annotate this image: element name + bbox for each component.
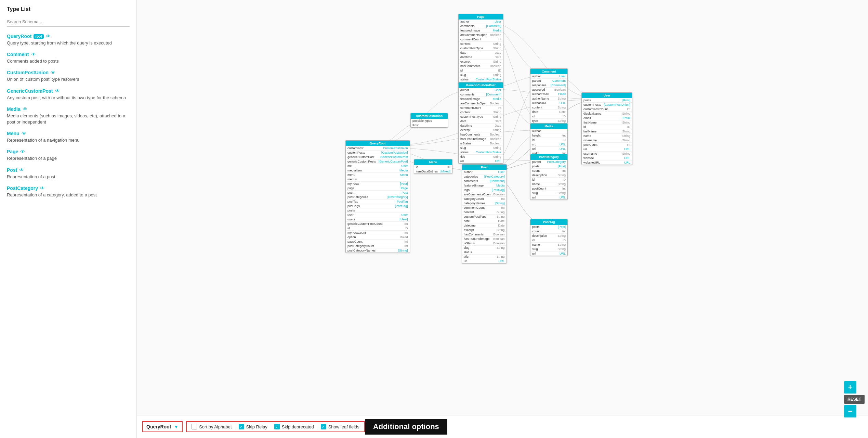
eye-icon[interactable]: 👁 bbox=[22, 131, 26, 136]
node-field-row: customPostTypeString bbox=[459, 115, 503, 119]
node-field-name: status bbox=[460, 151, 469, 154]
type-name-link[interactable]: Post bbox=[7, 167, 17, 173]
additional-options-banner: Additional options bbox=[365, 419, 447, 435]
node-field-type: URL bbox=[560, 252, 566, 255]
option-item[interactable]: Show leaf fields bbox=[321, 424, 359, 429]
option-item[interactable]: Skip deprecated bbox=[274, 424, 314, 429]
schema-node-posttag[interactable]: PostTagposts[Post]countIntdescriptionStr… bbox=[530, 219, 568, 256]
option-label: Sort by Alphabet bbox=[199, 424, 232, 429]
schema-node-genericcustompost[interactable]: GenericCustomPostauthorUsercomments[Comm… bbox=[458, 82, 503, 164]
sidebar: Type List QueryRootroot👁Query type, star… bbox=[0, 0, 137, 438]
type-name-link[interactable]: Page bbox=[7, 149, 18, 154]
option-item[interactable]: Skip Relay bbox=[239, 424, 267, 429]
node-field-name: users bbox=[347, 218, 355, 221]
node-field-name: featuredImage bbox=[460, 29, 480, 32]
node-field-name: isStatus bbox=[460, 142, 471, 145]
node-field-row: countInt bbox=[530, 169, 567, 173]
eye-icon[interactable]: 👁 bbox=[55, 88, 60, 94]
node-field-type: ID bbox=[563, 138, 566, 142]
node-field-name: authorURL bbox=[532, 101, 547, 105]
query-root-dropdown-icon[interactable]: ▼ bbox=[174, 424, 179, 429]
eye-icon[interactable]: 👁 bbox=[19, 167, 24, 173]
node-field-type: String bbox=[497, 228, 505, 232]
node-field-type: [Comment] bbox=[486, 93, 501, 96]
checkbox-checked-icon[interactable] bbox=[321, 424, 326, 429]
node-field-name: author bbox=[460, 88, 469, 92]
node-field-type: URL bbox=[624, 161, 630, 164]
node-field-row: isStatusBoolean bbox=[462, 241, 507, 246]
options-row: Sort by AlphabetSkip RelaySkip deprecate… bbox=[186, 421, 365, 432]
checkbox-checked-icon[interactable] bbox=[239, 424, 244, 429]
node-field-row: Post bbox=[411, 123, 448, 127]
schema-node-media[interactable]: MediaauthorheightIntidIDsrcURLurlURLwidt… bbox=[530, 123, 568, 156]
node-field-row: users[User] bbox=[346, 217, 410, 222]
type-name-link[interactable]: Media bbox=[7, 106, 21, 112]
node-field-type: [String] bbox=[398, 249, 408, 252]
type-name-link[interactable]: Comment bbox=[7, 52, 29, 57]
reset-button[interactable]: RESET bbox=[844, 395, 865, 404]
schema-node-user[interactable]: Userposts[Post]customPosts[CustomPostUni… bbox=[581, 92, 632, 165]
checkbox-unchecked-icon[interactable] bbox=[192, 424, 197, 429]
schema-node-page[interactable]: PageauthorUsercomments[Comment]featuredI… bbox=[458, 14, 503, 91]
type-name-link[interactable]: QueryRoot bbox=[7, 34, 31, 39]
type-name-link[interactable]: PostCategory bbox=[7, 185, 38, 191]
node-field-type: ID bbox=[563, 115, 566, 118]
node-field-row: slugString bbox=[459, 146, 503, 150]
node-field-row: authorNameString bbox=[530, 96, 567, 101]
node-field-type: String bbox=[493, 115, 501, 118]
canvas-area[interactable]: PageauthorUsercomments[Comment]featuredI… bbox=[137, 0, 868, 415]
eye-icon[interactable]: 👁 bbox=[23, 106, 27, 112]
node-field-row: excerptString bbox=[459, 60, 503, 64]
eye-icon[interactable]: 👁 bbox=[31, 52, 36, 57]
option-item[interactable]: Sort by Alphabet bbox=[192, 424, 232, 429]
eye-icon[interactable]: 👁 bbox=[46, 34, 51, 39]
node-field-type: Boolean bbox=[554, 88, 566, 91]
search-input[interactable] bbox=[7, 17, 130, 27]
node-field-row: urlURL bbox=[462, 259, 507, 263]
schema-node-post[interactable]: PostauthorUsercategories[PostCategory]co… bbox=[462, 164, 507, 263]
node-field-name: excerpt bbox=[460, 128, 471, 132]
node-field-row: urlURL bbox=[582, 147, 632, 152]
node-field-type: [PostCategory] bbox=[387, 195, 408, 199]
node-field-row: categoryNames[String] bbox=[462, 201, 507, 206]
node-field-row: urlURL bbox=[530, 147, 567, 151]
type-name-link[interactable]: GenericCustomPost bbox=[7, 88, 53, 94]
node-field-type: [PostTag] bbox=[492, 188, 505, 192]
node-field-row: titleString bbox=[462, 255, 507, 259]
node-field-row: postCategoryNames[String] bbox=[346, 248, 410, 253]
node-field-type: [Post] bbox=[622, 99, 630, 102]
type-name-link[interactable]: CustomPostUnion bbox=[7, 70, 49, 75]
query-root-selector[interactable]: QueryRoot ▼ bbox=[142, 421, 183, 432]
node-field-row: slugString bbox=[462, 246, 507, 250]
zoom-out-button[interactable]: − bbox=[844, 405, 856, 417]
node-field-row: urlURL bbox=[459, 159, 503, 163]
node-field-name: authorEmail bbox=[532, 92, 549, 96]
node-field-name: areCommentsOpen bbox=[460, 33, 487, 37]
node-field-type: String bbox=[493, 111, 501, 114]
node-field-name: id bbox=[583, 125, 586, 129]
schema-node-comment[interactable]: CommentauthorUserparentCommentresponses[… bbox=[530, 68, 568, 123]
schema-node-postcategory[interactable]: PostCategoryparentPostCategoryposts[Post… bbox=[530, 154, 568, 200]
node-field-row: parentPostCategory bbox=[530, 160, 567, 164]
type-name-link[interactable]: Menu bbox=[7, 131, 19, 136]
node-field-type: Int bbox=[627, 107, 630, 111]
node-field-name: postCategoryNames bbox=[347, 249, 376, 252]
schema-node-queryroot[interactable]: QueryRootcustomPostCustomPostUnioncustom… bbox=[345, 140, 410, 253]
node-field-name: lastName bbox=[583, 130, 596, 133]
sidebar-type-item: Menu👁Representation of a navigation menu bbox=[7, 131, 130, 143]
node-field-type: [Post] bbox=[400, 182, 408, 185]
node-field-name: url bbox=[532, 147, 536, 151]
node-field-type: [GenericCustomPost] bbox=[379, 160, 408, 163]
eye-icon[interactable]: 👁 bbox=[40, 185, 45, 191]
zoom-in-button[interactable]: + bbox=[844, 381, 856, 394]
eye-icon[interactable]: 👁 bbox=[51, 70, 55, 75]
schema-node-custompostunion[interactable]: CustomPostUnionpossible typesPost bbox=[410, 113, 448, 128]
node-field-type: Comment bbox=[552, 79, 566, 82]
node-field-row: genericCustomPostGenericCustomPost bbox=[346, 155, 410, 159]
node-field-type: String bbox=[622, 121, 631, 124]
eye-icon[interactable]: 👁 bbox=[20, 149, 25, 154]
checkbox-checked-icon[interactable] bbox=[274, 424, 280, 429]
schema-node-menu[interactable]: MenuidIDitemDataEntries[Mixed] bbox=[414, 159, 452, 174]
node-field-type: String bbox=[557, 182, 566, 186]
node-field-name: firstName bbox=[583, 121, 597, 124]
